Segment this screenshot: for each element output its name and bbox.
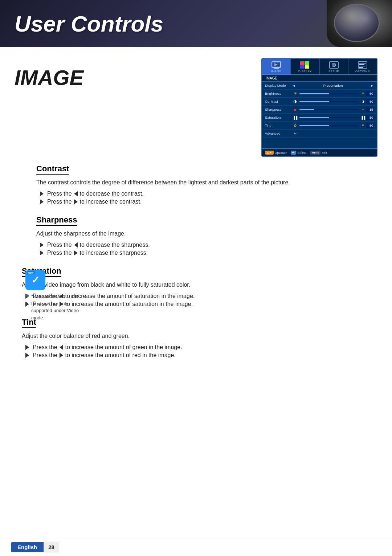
left-arrow-symbol-1 — [74, 191, 78, 196]
sharpness-icon-right: ■ — [360, 108, 366, 111]
note-bullet-dot: ❖ — [25, 293, 30, 299]
saturation-label: Saturation — [265, 115, 292, 119]
tint-icon: ✿ — [292, 123, 298, 127]
osd-menu: IMAGE DISPLAY — [261, 58, 377, 157]
contrast-label: Contrast — [265, 99, 292, 103]
page-title: User Controls — [15, 11, 163, 37]
contrast-bullets: Press the to decrease the contrast. Pres… — [36, 191, 377, 205]
sharpness-left-arrow-1 — [74, 242, 78, 248]
setup-tab-icon — [329, 61, 339, 69]
contrast-icon: ◑ — [292, 99, 298, 104]
display-mode-label: Display Mode — [265, 83, 292, 87]
advanced-label: Advanced — [265, 131, 292, 135]
tint-bar — [299, 125, 359, 126]
sharpness-right-arrow-2 — [74, 250, 78, 255]
svg-rect-7 — [300, 65, 305, 69]
tint-left-arrow-1 — [60, 345, 63, 350]
tint-bullet-2: Press the to increase the amount of red … — [25, 352, 377, 359]
osd-footer-updown: ▲▼ UpDown — [265, 151, 287, 155]
brightness-label: Brightness — [265, 91, 292, 95]
osd-row-brightness: Brightness ✳ ✳ 50 — [262, 90, 377, 98]
bullet-arrow-icon-2 — [40, 199, 44, 204]
updown-label: UpDown — [275, 151, 287, 155]
tint-value: 50 — [366, 123, 374, 128]
osd-tab-setup[interactable]: SETUP — [320, 59, 348, 74]
svg-rect-6 — [305, 61, 309, 65]
svg-rect-13 — [359, 63, 366, 64]
osd-tab-image[interactable]: IMAGE — [262, 59, 291, 74]
sharpness-section: Sharpness Adjust the sharpness of the im… — [15, 215, 377, 256]
bullet-arrow-icon-1 — [40, 191, 44, 196]
brightness-bar — [299, 93, 359, 94]
osd-row-display-mode: Display Mode ◄ Presentation ► — [262, 82, 377, 90]
contrast-description: The contrast controls the degree of diff… — [36, 178, 377, 187]
display-mode-value: Presentation — [295, 83, 371, 87]
saturation-icon-right: ▐▐ — [360, 116, 366, 119]
sharpness-title: Sharpness — [36, 215, 77, 226]
display-mode-right-arrow: ► — [371, 84, 374, 87]
sharpness-bar-fill — [299, 109, 314, 110]
menu-btn-icon: Menu — [310, 151, 320, 155]
tint-bullets: Press the to increase the amount of gree… — [22, 344, 377, 359]
saturation-bar-fill — [299, 117, 329, 118]
sharpness-value: 15 — [366, 107, 374, 112]
select-label: Select — [297, 151, 306, 155]
tint-section: Tint Adjust the color balance of red and… — [22, 318, 377, 359]
options-tab-label: OPTIONS — [355, 70, 370, 73]
sharpness-bullets: Press the to decrease the sharpness. Pre… — [36, 242, 377, 256]
svg-rect-14 — [359, 64, 364, 65]
updown-btn-icon: ▲▼ — [265, 151, 274, 155]
sharpness-bullet-arrow-2 — [40, 250, 44, 255]
svg-rect-5 — [300, 61, 305, 65]
osd-tab-options[interactable]: OPTIONS — [348, 59, 377, 74]
svg-rect-2 — [274, 68, 279, 69]
contrast-value: 50 — [366, 99, 374, 104]
svg-rect-16 — [359, 67, 363, 68]
display-tab-label: DISPLAY — [298, 70, 312, 73]
tint-bullet-arrow-1 — [25, 345, 29, 350]
brightness-icon-right: ✳ — [360, 92, 366, 95]
contrast-section: Contrast The contrast controls the degre… — [15, 164, 377, 205]
tint-right-arrow-2 — [60, 353, 63, 358]
tint-bullet-arrow-2 — [25, 353, 29, 358]
options-tab-icon — [358, 61, 368, 69]
brightness-value: 50 — [366, 91, 374, 96]
lens-decoration — [327, 0, 392, 47]
sharpness-bullet-1: Press the to decrease the sharpness. — [40, 242, 377, 248]
contrast-bullet-1: Press the to decrease the contrast. — [40, 191, 377, 197]
image-tab-label: IMAGE — [271, 70, 281, 73]
saturation-value: 50 — [366, 115, 374, 120]
svg-rect-8 — [305, 65, 309, 69]
tint-icon-right: ✿ — [360, 124, 366, 127]
osd-footer-select: ↵ Select — [291, 151, 306, 155]
display-mode-left-arrow: ◄ — [292, 84, 295, 87]
osd-footer-exit: Menu Exit — [310, 151, 327, 155]
svg-point-11 — [333, 64, 335, 66]
exit-label: Exit — [322, 151, 327, 155]
sharpness-label: Sharpness — [265, 107, 292, 111]
tint-bullet-1: Press the to increase the amount of gree… — [25, 344, 377, 351]
tint-description: Adjust the color balance of red and gree… — [22, 332, 377, 340]
select-btn-icon: ↵ — [291, 151, 296, 155]
contrast-icon-right: ◑ — [360, 100, 366, 103]
svg-rect-15 — [359, 66, 365, 66]
sharpness-bullet-arrow-1 — [40, 242, 44, 248]
osd-tab-display[interactable]: DISPLAY — [291, 59, 319, 74]
osd-empty-row — [262, 138, 377, 148]
osd-row-contrast: Contrast ◑ ◑ 50 — [262, 98, 377, 106]
note-box: Note ❖ "Saturation" and "Tint" functions… — [25, 270, 82, 321]
osd-row-saturation: Saturation ▐▐ ▐▐ 50 — [262, 114, 377, 122]
sharpness-icon: ■ — [292, 107, 298, 112]
osd-section-header: IMAGE — [262, 75, 377, 82]
advanced-enter-icon: ↵ — [292, 131, 298, 136]
footer-page-number: 28 — [44, 542, 59, 552]
page-header: User Controls — [0, 0, 392, 47]
contrast-bullet-2: Press the to increase the contrast. — [40, 199, 377, 205]
osd-row-advanced: Advanced ↵ — [262, 130, 377, 138]
osd-tabs: IMAGE DISPLAY — [262, 59, 377, 75]
sharpness-bullet-2: Press the to increase the sharpness. — [40, 250, 377, 256]
image-title: IMAGE — [15, 65, 116, 90]
display-tab-icon — [300, 61, 310, 69]
osd-container: IMAGE DISPLAY — [261, 58, 377, 157]
brightness-icon: ✳ — [292, 91, 298, 96]
